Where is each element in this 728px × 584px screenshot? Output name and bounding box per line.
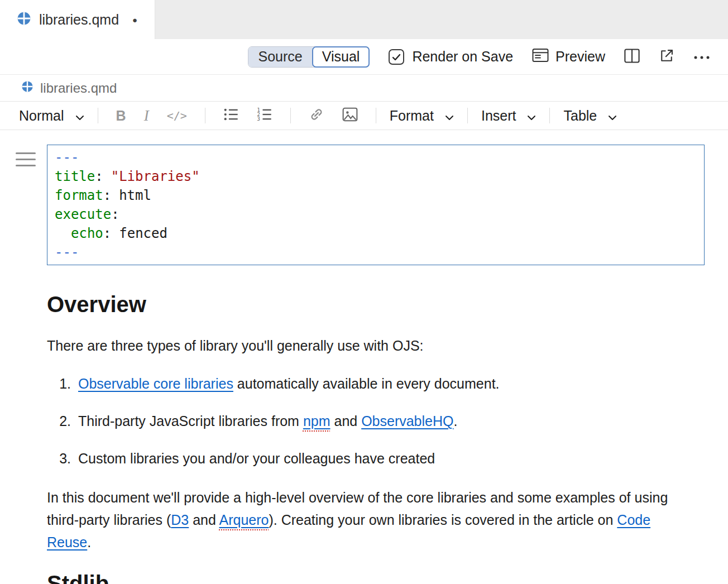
preview-icon xyxy=(532,48,549,66)
chevron-down-icon xyxy=(75,108,84,124)
list-item-text: automatically available in every documen… xyxy=(233,376,500,391)
insert-menu[interactable]: Insert xyxy=(477,108,541,124)
breadcrumb[interactable]: libraries.qmd xyxy=(0,74,728,101)
quarto-icon xyxy=(21,80,33,96)
modified-indicator: ● xyxy=(132,15,137,25)
source-visual-toggle: Source Visual xyxy=(248,46,370,68)
paragraph-style-dropdown[interactable]: Normal xyxy=(15,108,89,124)
arquero-link[interactable]: Arquero xyxy=(219,512,269,528)
insert-menu-label: Insert xyxy=(481,108,516,124)
toolbar-divider xyxy=(376,108,376,123)
split-editor-button[interactable] xyxy=(624,49,640,65)
quarto-visual-editor-window: libraries.qmd ● Source Visual Render on … xyxy=(0,0,728,584)
yaml-line: format:html xyxy=(55,186,697,205)
yaml-line: execute: xyxy=(55,205,697,224)
open-external-button[interactable] xyxy=(659,48,674,66)
chevron-down-icon xyxy=(527,108,536,124)
heading-overview: Overview xyxy=(47,291,705,318)
visual-mode-button[interactable]: Visual xyxy=(312,46,370,68)
paragraph-text: and xyxy=(189,512,219,528)
tab-title: libraries.qmd xyxy=(39,12,119,28)
numbered-list-button[interactable]: 123 xyxy=(248,107,281,124)
open-external-icon xyxy=(659,48,674,66)
render-on-save-toggle[interactable]: Render on Save xyxy=(389,49,513,65)
table-menu-label: Table xyxy=(563,108,597,124)
numbered-list-icon: 123 xyxy=(257,107,272,124)
toolbar-divider xyxy=(205,108,205,123)
bullet-list-button[interactable] xyxy=(214,107,248,124)
image-icon xyxy=(342,107,358,124)
formatting-toolbar: Normal B I </> 123 xyxy=(0,101,728,130)
breadcrumb-filename: libraries.qmd xyxy=(40,80,117,96)
format-menu-label: Format xyxy=(390,108,434,124)
bullet-list-icon xyxy=(223,107,239,124)
image-button[interactable] xyxy=(333,107,367,124)
d3-link[interactable]: D3 xyxy=(171,512,189,528)
list-item-text: Third-party JavaScript libraries from xyxy=(78,413,303,429)
spellcheck-underline: Arquero xyxy=(219,512,269,528)
visual-editor-content[interactable]: --- title:"Libraries" format:html execut… xyxy=(0,130,728,584)
paragraph-text: ). Creating your own libraries is covere… xyxy=(269,512,617,528)
preview-label: Preview xyxy=(555,49,605,65)
format-menu[interactable]: Format xyxy=(385,108,458,124)
chevron-down-icon xyxy=(445,108,454,124)
code-button[interactable]: </> xyxy=(158,109,196,122)
italic-button[interactable]: I xyxy=(135,107,158,125)
ellipsis-icon xyxy=(693,52,710,62)
render-on-save-label: Render on Save xyxy=(412,49,513,65)
tab-bar: libraries.qmd ● xyxy=(0,0,728,39)
yaml-line: title:"Libraries" xyxy=(55,167,697,186)
bold-icon: B xyxy=(116,108,126,124)
library-types-list: Observable core libraries automatically … xyxy=(47,372,672,470)
list-item: Custom libraries you and/or your colleag… xyxy=(75,447,672,470)
npm-link[interactable]: npm xyxy=(303,413,331,429)
list-item: Observable core libraries automatically … xyxy=(75,372,672,395)
intro-paragraph: There are three types of library you'll … xyxy=(47,334,686,357)
toolbar-divider xyxy=(549,108,550,123)
table-menu[interactable]: Table xyxy=(559,108,621,124)
paragraph-style-label: Normal xyxy=(19,108,64,124)
list-item-text: . xyxy=(454,413,458,429)
svg-text:3: 3 xyxy=(257,116,260,122)
spellcheck-underline: npm xyxy=(303,413,331,429)
link-button[interactable] xyxy=(300,107,333,125)
observablehq-link[interactable]: ObservableHQ xyxy=(361,413,453,429)
yaml-line: --- xyxy=(55,243,697,262)
yaml-line: echo:fenced xyxy=(55,224,697,243)
list-item: Third-party JavaScript libraries from np… xyxy=(75,410,672,432)
split-editor-icon xyxy=(624,49,640,65)
italic-icon: I xyxy=(144,107,149,125)
preview-button[interactable]: Preview xyxy=(532,48,605,66)
observable-core-libraries-link[interactable]: Observable core libraries xyxy=(78,376,233,391)
list-item-text: Custom libraries you and/or your colleag… xyxy=(78,451,435,466)
closing-paragraph: In this document we'll provide a high-le… xyxy=(47,486,686,553)
toolbar-divider xyxy=(98,108,98,123)
more-actions-button[interactable] xyxy=(693,52,710,62)
tab-libraries-qmd[interactable]: libraries.qmd ● xyxy=(0,0,155,39)
list-item-text: and xyxy=(331,413,362,429)
quarto-icon xyxy=(17,11,31,28)
block-drag-handle[interactable] xyxy=(16,152,36,166)
toolbar-divider xyxy=(467,108,468,123)
bold-button[interactable]: B xyxy=(107,108,135,124)
toolbar-divider xyxy=(290,108,291,123)
yaml-line: --- xyxy=(55,148,697,167)
chevron-down-icon xyxy=(608,108,617,124)
source-mode-button[interactable]: Source xyxy=(248,47,313,67)
yaml-front-matter-block[interactable]: --- title:"Libraries" format:html execut… xyxy=(47,145,705,265)
editor-action-bar: Source Visual Render on Save Preview xyxy=(0,39,728,74)
paragraph-text: . xyxy=(87,534,91,550)
heading-stdlib: Stdlib xyxy=(47,570,705,584)
render-on-save-checkbox[interactable] xyxy=(389,49,404,65)
code-icon: </> xyxy=(167,109,187,122)
link-icon xyxy=(309,107,324,125)
